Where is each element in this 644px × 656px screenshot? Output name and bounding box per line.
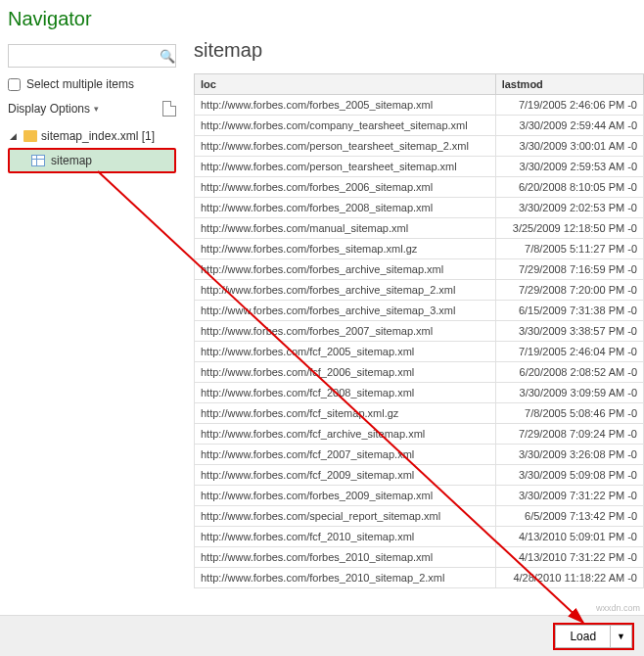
cell-lastmod: 3/30/2009 2:59:53 AM -0 bbox=[495, 157, 643, 177]
cell-loc: http://www.forbes.com/person_tearsheet_s… bbox=[195, 157, 496, 177]
table-row[interactable]: http://www.forbes.com/forbes_2010_sitema… bbox=[195, 547, 644, 568]
cell-lastmod: 7/29/2008 7:09:24 PM -0 bbox=[495, 424, 643, 445]
cell-loc: http://www.forbes.com/fcf_2005_sitemap.x… bbox=[195, 342, 496, 362]
cell-lastmod: 3/30/2009 3:00:01 AM -0 bbox=[495, 136, 643, 157]
table-row[interactable]: http://www.forbes.com/forbes_sitemap.xml… bbox=[195, 239, 644, 259]
cell-lastmod: 3/30/2009 3:38:57 PM -0 bbox=[495, 321, 643, 342]
table-row[interactable]: http://www.forbes.com/fcf_2007_sitemap.x… bbox=[195, 445, 644, 465]
folder-icon bbox=[23, 130, 37, 142]
cell-loc: http://www.forbes.com/fcf_2007_sitemap.x… bbox=[195, 445, 496, 465]
table-row[interactable]: http://www.forbes.com/forbes_2006_sitema… bbox=[195, 177, 644, 198]
cell-loc: http://www.forbes.com/forbes_2007_sitema… bbox=[195, 321, 496, 342]
table-row[interactable]: http://www.forbes.com/forbes_archive_sit… bbox=[195, 259, 644, 280]
table-row[interactable]: http://www.forbes.com/forbes_archive_sit… bbox=[195, 280, 644, 301]
search-icon[interactable]: 🔍 bbox=[160, 49, 175, 64]
display-options-label: Display Options bbox=[8, 102, 90, 116]
table-row[interactable]: http://www.forbes.com/fcf_2009_sitemap.x… bbox=[195, 465, 644, 486]
cell-lastmod: 7/29/2008 7:16:59 PM -0 bbox=[495, 259, 643, 280]
table-row[interactable]: http://www.forbes.com/fcf_2006_sitemap.x… bbox=[195, 362, 644, 383]
table-row[interactable]: http://www.forbes.com/manual_sitemap.xml… bbox=[195, 218, 644, 239]
load-button[interactable]: Load bbox=[555, 625, 611, 648]
cell-lastmod: 3/30/2009 7:31:22 PM -0 bbox=[495, 486, 643, 506]
cell-loc: http://www.forbes.com/forbes_archive_sit… bbox=[195, 301, 496, 321]
tree-child-label: sitemap bbox=[51, 154, 92, 167]
cell-lastmod: 3/30/2009 5:09:08 PM -0 bbox=[495, 465, 643, 486]
cell-lastmod: 6/20/2008 8:10:05 PM -0 bbox=[495, 177, 643, 198]
table-row[interactable]: http://www.forbes.com/fcf_sitemap.xml.gz… bbox=[195, 403, 644, 424]
load-button-group: Load ▼ bbox=[553, 623, 634, 650]
select-multiple-label: Select multiple items bbox=[26, 77, 134, 91]
cell-loc: http://www.forbes.com/forbes_2006_sitema… bbox=[195, 177, 496, 198]
tree-root-node[interactable]: ◢ sitemap_index.xml [1] bbox=[8, 126, 176, 146]
tree-child-sitemap[interactable]: sitemap bbox=[8, 148, 176, 173]
cell-lastmod: 3/30/2009 3:26:08 PM -0 bbox=[495, 445, 643, 465]
cell-loc: http://www.forbes.com/forbes_2010_sitema… bbox=[195, 547, 496, 568]
cell-loc: http://www.forbes.com/forbes_sitemap.xml… bbox=[195, 239, 496, 259]
cell-lastmod: 7/29/2008 7:20:00 PM -0 bbox=[495, 280, 643, 301]
cell-loc: http://www.forbes.com/person_tearsheet_s… bbox=[195, 136, 496, 157]
table-row[interactable]: http://www.forbes.com/forbes_2005_sitema… bbox=[195, 95, 644, 116]
table-row[interactable]: http://www.forbes.com/forbes_2010_sitema… bbox=[195, 568, 644, 588]
cell-lastmod: 3/30/2009 2:59:44 AM -0 bbox=[495, 116, 643, 136]
cell-loc: http://www.forbes.com/forbes_2008_sitema… bbox=[195, 198, 496, 218]
col-header-lastmod[interactable]: lastmod bbox=[495, 74, 643, 95]
table-row[interactable]: http://www.forbes.com/forbes_archive_sit… bbox=[195, 301, 644, 321]
table-row[interactable]: http://www.forbes.com/fcf_archive_sitema… bbox=[195, 424, 644, 445]
cell-lastmod: 6/20/2008 2:08:52 AM -0 bbox=[495, 362, 643, 383]
table-row[interactable]: http://www.forbes.com/fcf_2005_sitemap.x… bbox=[195, 342, 644, 362]
cell-loc: http://www.forbes.com/manual_sitemap.xml bbox=[195, 218, 496, 239]
table-row[interactable]: http://www.forbes.com/fcf_2008_sitemap.x… bbox=[195, 383, 644, 403]
cell-loc: http://www.forbes.com/fcf_archive_sitema… bbox=[195, 424, 496, 445]
select-multiple-checkbox[interactable] bbox=[8, 78, 21, 91]
cell-lastmod: 7/8/2005 5:11:27 PM -0 bbox=[495, 239, 643, 259]
table-row[interactable]: http://www.forbes.com/company_tearsheet_… bbox=[195, 116, 644, 136]
cell-loc: http://www.forbes.com/forbes_archive_sit… bbox=[195, 280, 496, 301]
collapse-icon[interactable]: ◢ bbox=[10, 131, 20, 141]
preview-title: sitemap bbox=[194, 39, 644, 62]
cell-lastmod: 3/30/2009 2:02:53 PM -0 bbox=[495, 198, 643, 218]
cell-lastmod: 7/8/2005 5:08:46 PM -0 bbox=[495, 403, 643, 424]
watermark: wxxdn.com bbox=[596, 603, 640, 613]
display-options-dropdown[interactable]: Display Options ▾ bbox=[8, 102, 99, 116]
cell-loc: http://www.forbes.com/special_report_sit… bbox=[195, 506, 496, 527]
dialog-footer: Load ▼ bbox=[0, 615, 644, 656]
table-row[interactable]: http://www.forbes.com/forbes_2008_sitema… bbox=[195, 198, 644, 218]
table-row[interactable]: http://www.forbes.com/person_tearsheet_s… bbox=[195, 157, 644, 177]
cell-loc: http://www.forbes.com/forbes_archive_sit… bbox=[195, 259, 496, 280]
cell-lastmod: 4/13/2010 5:09:01 PM -0 bbox=[495, 527, 643, 547]
table-row[interactable]: http://www.forbes.com/special_report_sit… bbox=[195, 506, 644, 527]
cell-lastmod: 6/5/2009 7:13:42 PM -0 bbox=[495, 506, 643, 527]
table-icon bbox=[31, 155, 45, 166]
cell-loc: http://www.forbes.com/company_tearsheet_… bbox=[195, 116, 496, 136]
cell-lastmod: 7/19/2005 2:46:06 PM -0 bbox=[495, 95, 643, 116]
table-row[interactable]: http://www.forbes.com/person_tearsheet_s… bbox=[195, 136, 644, 157]
cell-loc: http://www.forbes.com/forbes_2009_sitema… bbox=[195, 486, 496, 506]
navigator-title: Navigator bbox=[8, 8, 176, 30]
tree-root-label: sitemap_index.xml [1] bbox=[41, 129, 155, 143]
cell-lastmod: 4/28/2010 11:18:22 AM -0 bbox=[495, 568, 643, 588]
cell-loc: http://www.forbes.com/fcf_sitemap.xml.gz bbox=[195, 403, 496, 424]
refresh-icon[interactable] bbox=[162, 101, 176, 117]
cell-loc: http://www.forbes.com/forbes_2010_sitema… bbox=[195, 568, 496, 588]
chevron-down-icon: ▾ bbox=[94, 104, 99, 114]
preview-grid: loc lastmod http://www.forbes.com/forbes… bbox=[194, 73, 644, 615]
load-dropdown-button[interactable]: ▼ bbox=[611, 625, 632, 648]
cell-loc: http://www.forbes.com/fcf_2010_sitemap.x… bbox=[195, 527, 496, 547]
cell-lastmod: 4/13/2010 7:31:22 PM -0 bbox=[495, 547, 643, 568]
col-header-loc[interactable]: loc bbox=[195, 74, 496, 95]
table-row[interactable]: http://www.forbes.com/forbes_2007_sitema… bbox=[195, 321, 644, 342]
search-box[interactable]: 🔍 bbox=[8, 44, 176, 68]
cell-loc: http://www.forbes.com/fcf_2006_sitemap.x… bbox=[195, 362, 496, 383]
cell-loc: http://www.forbes.com/fcf_2008_sitemap.x… bbox=[195, 383, 496, 403]
cell-lastmod: 3/30/2009 3:09:59 AM -0 bbox=[495, 383, 643, 403]
preview-pane: sitemap loc lastmod http://www.forbes.co… bbox=[186, 0, 644, 615]
table-row[interactable]: http://www.forbes.com/fcf_2010_sitemap.x… bbox=[195, 527, 644, 547]
navigator-pane: Navigator 🔍 Select multiple items Displa… bbox=[0, 0, 186, 615]
cell-lastmod: 7/19/2005 2:46:04 PM -0 bbox=[495, 342, 643, 362]
cell-loc: http://www.forbes.com/fcf_2009_sitemap.x… bbox=[195, 465, 496, 486]
cell-lastmod: 6/15/2009 7:31:38 PM -0 bbox=[495, 301, 643, 321]
select-multiple-row[interactable]: Select multiple items bbox=[8, 77, 176, 91]
table-row[interactable]: http://www.forbes.com/forbes_2009_sitema… bbox=[195, 486, 644, 506]
search-input[interactable] bbox=[13, 49, 160, 63]
cell-lastmod: 3/25/2009 12:18:50 PM -0 bbox=[495, 218, 643, 239]
